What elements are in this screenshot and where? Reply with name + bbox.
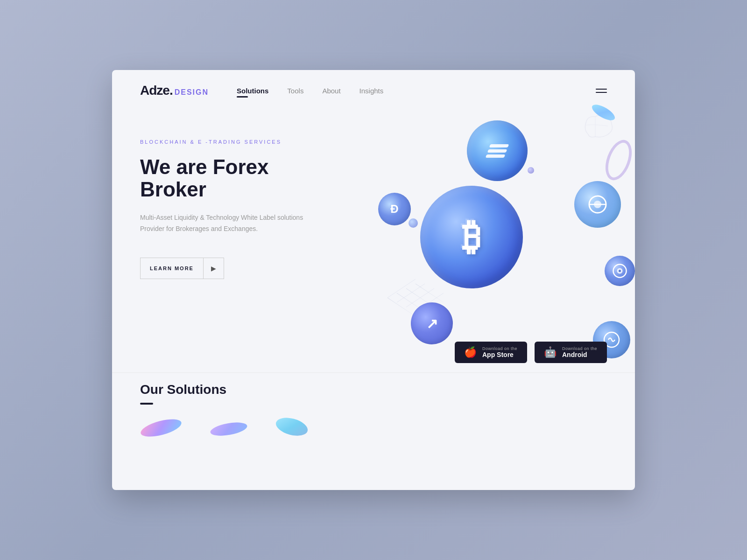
page-container: Adze. DESIGN Solutions Tools About Insig…	[112, 70, 635, 490]
play-icon: ▶	[203, 258, 224, 279]
learn-more-label: LEARN MORE	[141, 259, 203, 278]
eye-icon	[612, 263, 628, 279]
bottom-decoration-ring-2	[209, 420, 248, 438]
svg-point-4	[617, 268, 623, 274]
hero-title: We are Forex Broker	[140, 156, 336, 201]
hamburger-menu[interactable]	[596, 89, 607, 93]
android-button[interactable]: 🤖 Download on the Android	[535, 342, 607, 363]
solutions-underline	[140, 403, 153, 405]
bottom-decoration-blob	[274, 415, 310, 439]
app-store-button[interactable]: 🍎 Download on the App Store	[455, 342, 527, 363]
nav-about[interactable]: About	[322, 87, 340, 95]
svg-line-14	[416, 284, 444, 302]
svg-line-12	[397, 293, 425, 312]
bubble-small-dot-1	[409, 218, 418, 228]
android-text: Download on the Android	[562, 346, 597, 358]
bottom-decoration-ring-1	[139, 416, 183, 440]
hero-description: Multi-Asset Liquidity & Technology White…	[140, 212, 308, 235]
nav-tools[interactable]: Tools	[287, 87, 303, 95]
android-icon: 🤖	[544, 346, 557, 358]
bubble-solana	[467, 120, 528, 181]
svg-line-7	[388, 279, 416, 298]
solutions-preview	[140, 419, 607, 435]
svg-point-5	[619, 270, 621, 272]
bubble-arrow: ↗	[411, 302, 453, 344]
solana-icon	[488, 144, 507, 158]
svg-line-13	[406, 288, 434, 307]
doge-symbol: Ð	[390, 203, 398, 216]
hamburger-line-2	[596, 92, 607, 93]
app-buttons: 🍎 Download on the App Store 🤖 Download o…	[455, 342, 607, 363]
bubble-helium	[574, 181, 621, 228]
app-store-text: Download on the App Store	[482, 346, 517, 358]
nav-links: Solutions Tools About Insights	[237, 87, 596, 95]
hero-subtitle: BLOCKCHAIN & E -TRADING SERVICES	[140, 139, 607, 145]
logo[interactable]: Adze. DESIGN	[140, 83, 209, 98]
hamburger-line-1	[596, 89, 607, 90]
grid-wireframe	[388, 270, 444, 326]
nav-solutions[interactable]: Solutions	[237, 87, 268, 95]
navbar: Adze. DESIGN Solutions Tools About Insig…	[112, 70, 635, 111]
bitcoin-symbol: ₿	[462, 216, 481, 259]
bubble-eye	[605, 256, 635, 286]
svg-point-1	[594, 201, 601, 208]
logo-adze: Adze.	[140, 83, 173, 98]
solutions-title: Our Solutions	[140, 382, 607, 397]
svg-line-10	[416, 293, 444, 312]
svg-point-3	[613, 265, 627, 278]
logo-design: DESIGN	[175, 88, 209, 97]
svg-point-0	[589, 196, 606, 213]
helium-icon	[586, 193, 609, 216]
bubble-small-dot-2	[528, 167, 534, 174]
apple-icon: 🍎	[464, 346, 477, 358]
nav-insights[interactable]: Insights	[359, 87, 384, 95]
arrow-symbol: ↗	[426, 315, 438, 332]
learn-more-button[interactable]: LEARN MORE ▶	[140, 258, 224, 279]
solutions-section: Our Solutions	[112, 372, 635, 449]
svg-line-9	[406, 288, 434, 307]
hero-section: BLOCKCHAIN & E -TRADING SERVICES We are …	[112, 111, 635, 372]
bubble-bitcoin: ₿	[420, 186, 523, 288]
svg-line-11	[388, 298, 416, 316]
bubble-dogecoin: Ð	[378, 193, 411, 225]
svg-line-8	[397, 284, 425, 302]
